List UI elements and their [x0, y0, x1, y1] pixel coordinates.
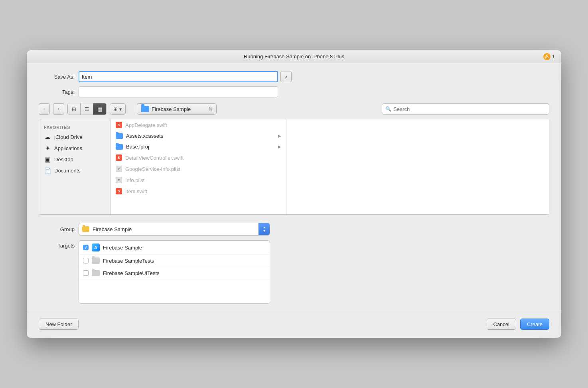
list-icon: ☰ [85, 106, 89, 112]
sidebar: Favorites ☁ iCloud Drive ✦ Applications … [39, 119, 111, 214]
file-name-itemswift: Item.swift [125, 188, 147, 194]
title-bar: Running Firebase Sample on iPhone 8 Plus… [27, 50, 561, 63]
file-item-appdelegate[interactable]: S AppDelegate.swift [111, 119, 286, 131]
search-input[interactable] [393, 106, 546, 112]
target-folder-icon-uitests [92, 270, 100, 276]
forward-icon: › [58, 106, 59, 112]
target-item-firebase-sampleuitests[interactable]: Firebase SampleUITests [79, 267, 270, 279]
view-list-button[interactable]: ☰ [81, 103, 93, 115]
stepper-up-icon: ▲ [263, 226, 266, 229]
group-value: Firebase Sample [93, 226, 132, 232]
file-item-left: S DetailViewController.swift [116, 154, 184, 161]
file-name-detailvc: DetailViewController.swift [125, 155, 184, 161]
toolbar: ‹ › ⊞ ☰ ▦ ⊞ ▾ [39, 103, 549, 115]
target-item-firebase-sample[interactable]: ✓ Firebase Sample [79, 241, 270, 255]
sidebar-item-desktop[interactable]: ▣ Desktop [39, 154, 110, 165]
sidebar-item-documents[interactable]: 📄 Documents [39, 165, 110, 176]
targets-empty-area [79, 279, 270, 303]
view-icon-button[interactable]: ⊞ [68, 103, 81, 115]
warning-badge: ⚠ 1 [543, 53, 555, 60]
target-checkbox-sampleuitests[interactable] [83, 270, 89, 276]
target-item-firebase-sampletests[interactable]: Firebase SampleTests [79, 255, 270, 267]
view-toggle-group: ⊞ ☰ ▦ [67, 103, 107, 115]
file-item-assets[interactable]: Assets.xcassets ▶ [111, 131, 286, 141]
gallery-icon: ⊞ [113, 106, 118, 112]
folder-icon-base [116, 144, 123, 150]
location-folder-icon [141, 106, 149, 112]
save-dialog-window: Running Firebase Sample on iPhone 8 Plus… [27, 50, 561, 338]
right-buttons-group: Cancel Create [487, 319, 550, 330]
targets-row: Targets ✓ Firebase Sample Firebase Sampl… [39, 240, 549, 304]
file-item-left: P GoogleService-Info.plist [116, 166, 180, 172]
location-button[interactable]: Firebase Sample ⇅ [137, 103, 217, 115]
group-label: Group [39, 226, 75, 232]
create-button[interactable]: Create [520, 319, 549, 330]
target-checkbox-sampletests[interactable] [83, 258, 89, 263]
swift-icon: S [116, 188, 122, 194]
location-text: Firebase Sample [152, 106, 191, 112]
tags-row: Tags: [39, 86, 549, 97]
save-as-label: Save As: [39, 74, 75, 80]
dialog-content: Save As: ∧ Tags: ‹ › ⊞ ☰ [27, 63, 561, 215]
file-item-left: S AppDelegate.swift [116, 122, 167, 128]
stepper-down-icon: ▼ [263, 230, 266, 233]
file-item-left: S Item.swift [116, 188, 147, 194]
tags-input[interactable] [79, 86, 278, 97]
bottom-buttons-bar: New Folder Cancel Create [27, 312, 561, 338]
empty-detail-pane [286, 119, 549, 214]
documents-icon: 📄 [44, 167, 51, 174]
cancel-button[interactable]: Cancel [487, 319, 516, 330]
file-name-base: Base.lproj [126, 144, 149, 150]
column-icon: ▦ [97, 106, 102, 112]
sidebar-label-applications: Applications [54, 145, 82, 151]
chevron-right-icon: ▶ [278, 145, 281, 149]
sidebar-label-icloud: iCloud Drive [54, 134, 83, 140]
file-item-googleservice[interactable]: P GoogleService-Info.plist [111, 163, 286, 174]
group-select[interactable]: Firebase Sample ▲ ▼ [79, 223, 270, 236]
target-checkbox-firebase-sample[interactable]: ✓ [83, 245, 89, 250]
expand-button[interactable]: ∧ [280, 71, 292, 82]
targets-label: Targets [39, 240, 75, 249]
new-folder-button[interactable]: New Folder [39, 319, 79, 330]
sidebar-item-icloud-drive[interactable]: ☁ iCloud Drive [39, 131, 110, 143]
group-row: Group Firebase Sample ▲ ▼ [39, 223, 549, 236]
target-name-sampleuitests: Firebase SampleUITests [103, 270, 160, 276]
file-item-itemswift[interactable]: S Item.swift [111, 186, 286, 197]
save-as-row: Save As: ∧ [39, 71, 549, 82]
file-name-infoplist: Info.plist [125, 177, 144, 183]
gallery-dropdown-icon: ▾ [119, 106, 122, 112]
group-folder-icon [82, 226, 89, 232]
gallery-view-button[interactable]: ⊞ ▾ [110, 103, 126, 115]
browser-area: Favorites ☁ iCloud Drive ✦ Applications … [39, 119, 549, 215]
file-name-appdelegate: AppDelegate.swift [125, 122, 167, 128]
file-item-base[interactable]: Base.lproj ▶ [111, 141, 286, 152]
sidebar-item-applications[interactable]: ✦ Applications [39, 143, 110, 154]
expand-icon: ∧ [285, 75, 288, 79]
file-item-infoplist[interactable]: P Info.plist [111, 174, 286, 186]
file-item-left: Assets.xcassets [116, 133, 163, 139]
group-stepper[interactable]: ▲ ▼ [258, 223, 270, 235]
view-column-button[interactable]: ▦ [93, 103, 106, 115]
file-name-assets: Assets.xcassets [126, 133, 163, 139]
sidebar-label-desktop: Desktop [54, 156, 73, 162]
checkmark-icon: ✓ [84, 245, 87, 250]
file-name-googleservice: GoogleService-Info.plist [125, 166, 180, 172]
targets-list: ✓ Firebase Sample Firebase SampleTests F… [79, 240, 270, 304]
icloud-icon: ☁ [44, 133, 51, 141]
target-name-sampletests: Firebase SampleTests [103, 258, 154, 264]
file-item-detailvc[interactable]: S DetailViewController.swift [111, 152, 286, 163]
file-item-left: P Info.plist [116, 177, 144, 183]
target-name-firebase-sample: Firebase Sample [103, 245, 142, 251]
warning-count: 1 [552, 53, 555, 59]
target-folder-icon-tests [92, 257, 100, 264]
swift-icon: S [116, 154, 122, 161]
file-list: S AppDelegate.swift Assets.xcassets ▶ Ba… [111, 119, 286, 214]
chevron-right-icon: ▶ [278, 134, 281, 138]
grid-icon: ⊞ [72, 106, 76, 112]
forward-button[interactable]: › [53, 103, 64, 115]
tags-label: Tags: [39, 89, 75, 95]
back-button[interactable]: ‹ [39, 103, 50, 115]
warning-icon: ⚠ [543, 53, 551, 60]
save-as-input[interactable] [79, 71, 278, 82]
back-icon: ‹ [43, 106, 45, 112]
